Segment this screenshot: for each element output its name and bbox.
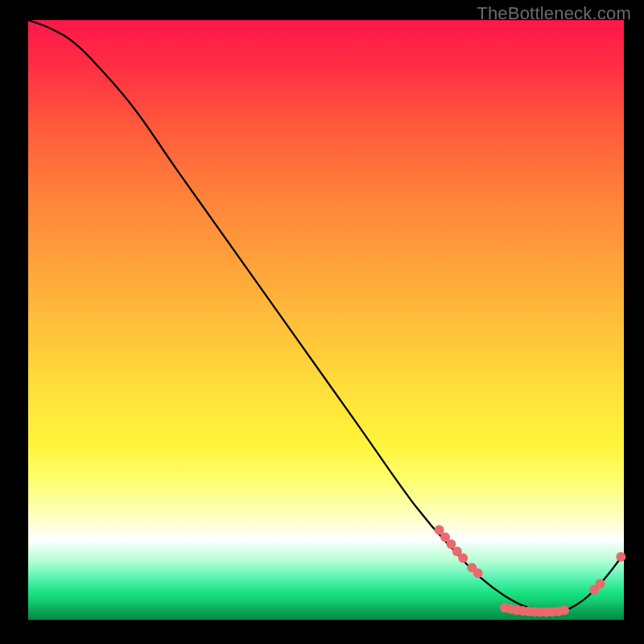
chart-frame: TheBottleneck.com <box>0 0 644 644</box>
curve-marker <box>559 605 569 615</box>
curve-markers <box>435 525 626 617</box>
curve-marker <box>616 552 625 562</box>
curve-svg <box>28 20 624 620</box>
curve-marker <box>473 568 483 578</box>
curve-marker <box>595 579 605 588</box>
plot-area <box>28 20 624 620</box>
watermark-text: TheBottleneck.com <box>477 3 631 24</box>
curve-marker <box>458 553 468 563</box>
bottleneck-curve-path <box>28 20 624 612</box>
